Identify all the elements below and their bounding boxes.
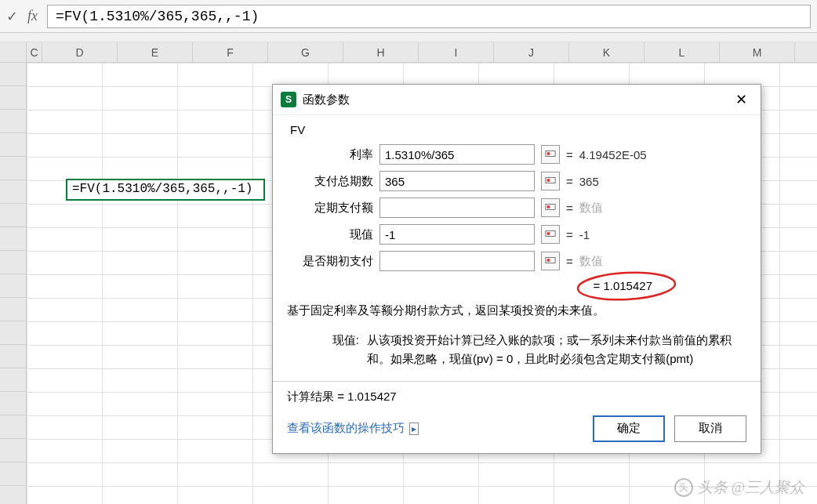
- svg-rect-3: [547, 179, 550, 182]
- row-headers[interactable]: [0, 63, 27, 504]
- param-input-4[interactable]: [379, 251, 535, 271]
- ribbon-spacer: [0, 33, 817, 42]
- video-icon: ▸: [409, 422, 419, 435]
- param-input-2[interactable]: [379, 198, 535, 218]
- col-header[interactable]: M: [720, 42, 795, 62]
- divider: [273, 381, 761, 382]
- equals-sign: =: [566, 228, 573, 241]
- param-label: 现值: [287, 227, 373, 242]
- param-row: 利率=4.19452E-05: [287, 144, 746, 165]
- col-header[interactable]: D: [42, 42, 118, 62]
- equals-sign: =: [566, 175, 573, 188]
- cancel-button[interactable]: 取消: [674, 415, 746, 442]
- param-result: -1: [579, 228, 590, 241]
- range-picker-icon: [545, 255, 556, 268]
- formula-result-row: = 1.015427: [287, 277, 746, 294]
- col-header[interactable]: L: [645, 42, 720, 62]
- close-icon: ✕: [735, 91, 747, 108]
- svg-rect-7: [547, 232, 550, 235]
- function-description: 基于固定利率及等额分期付款方式，返回某项投资的未来值。: [287, 302, 746, 320]
- formula-result: = 1.015427: [594, 279, 653, 292]
- watermark-text: 头条 @三人聚众: [698, 477, 804, 498]
- dialog-titlebar[interactable]: S 函数参数 ✕: [273, 85, 761, 115]
- range-picker-button[interactable]: [541, 198, 560, 217]
- range-picker-icon: [545, 228, 556, 241]
- watermark: 头 头条 @三人聚众: [674, 477, 804, 498]
- param-result: 4.19452E-05: [579, 148, 647, 161]
- range-picker-button[interactable]: [541, 225, 560, 244]
- formula-bar: ✓ fx: [0, 0, 817, 33]
- param-row: 支付总期数=365: [287, 171, 746, 191]
- accept-icon[interactable]: ✓: [6, 8, 18, 25]
- range-picker-button[interactable]: [541, 172, 560, 190]
- param-result: 数值: [579, 201, 603, 216]
- app-icon: S: [281, 92, 296, 107]
- select-all-corner[interactable]: [0, 42, 27, 62]
- equals-sign: =: [566, 255, 573, 268]
- param-help: 现值: 从该项投资开始计算已经入账的款项；或一系列未来付款当前值的累积和。如果忽…: [287, 331, 746, 368]
- equals-sign: =: [566, 201, 573, 215]
- param-result: 365: [579, 175, 599, 188]
- range-picker-button[interactable]: [541, 145, 560, 164]
- close-button[interactable]: ✕: [728, 89, 754, 110]
- col-header[interactable]: E: [118, 42, 193, 62]
- watermark-icon: 头: [674, 478, 693, 497]
- column-headers: C D E F G H I J K L M: [0, 42, 817, 63]
- param-label: 支付总期数: [287, 174, 373, 189]
- col-header[interactable]: J: [494, 42, 569, 62]
- dialog-title: 函数参数: [303, 92, 350, 107]
- svg-rect-1: [547, 152, 550, 155]
- function-arguments-dialog: S 函数参数 ✕ FV 利率=4.19452E-05支付总期数=365定期支付额…: [272, 84, 761, 454]
- col-header[interactable]: I: [419, 42, 494, 62]
- param-help-text: 从该项投资开始计算已经入账的款项；或一系列未来付款当前值的累积和。如果忽略，现值…: [367, 331, 746, 368]
- help-link-text: 查看该函数的操作技巧: [287, 421, 405, 436]
- calc-result: 计算结果 = 1.015427: [287, 390, 746, 404]
- param-label: 定期支付额: [287, 201, 373, 216]
- param-row: 是否期初支付=数值: [287, 251, 746, 271]
- formula-input[interactable]: [47, 5, 811, 28]
- fx-label[interactable]: fx: [27, 8, 38, 24]
- param-label: 利率: [287, 147, 373, 162]
- ok-button[interactable]: 确定: [593, 415, 665, 442]
- param-input-3[interactable]: [379, 224, 535, 245]
- col-header[interactable]: K: [569, 42, 645, 62]
- param-input-1[interactable]: [379, 171, 535, 191]
- param-input-0[interactable]: [379, 144, 535, 165]
- range-picker-icon: [545, 148, 556, 161]
- range-picker-icon: [545, 175, 556, 188]
- col-header[interactable]: H: [343, 42, 419, 62]
- col-header[interactable]: C: [27, 42, 42, 62]
- col-header[interactable]: F: [193, 42, 268, 62]
- col-header[interactable]: G: [268, 42, 343, 62]
- param-label: 是否期初支付: [287, 254, 373, 269]
- help-link[interactable]: 查看该函数的操作技巧 ▸: [287, 421, 419, 436]
- param-row: 定期支付额=数值: [287, 198, 746, 218]
- range-picker-icon: [545, 201, 556, 215]
- param-row: 现值=-1: [287, 224, 746, 245]
- equals-sign: =: [566, 148, 573, 161]
- svg-rect-9: [547, 259, 550, 262]
- param-result: 数值: [579, 254, 603, 269]
- range-picker-button[interactable]: [541, 252, 560, 270]
- param-help-label: 现值:: [287, 331, 359, 368]
- function-name: FV: [290, 123, 746, 136]
- svg-rect-5: [547, 205, 550, 208]
- active-cell[interactable]: =FV(1.5310%/365,365,,-1): [66, 179, 265, 201]
